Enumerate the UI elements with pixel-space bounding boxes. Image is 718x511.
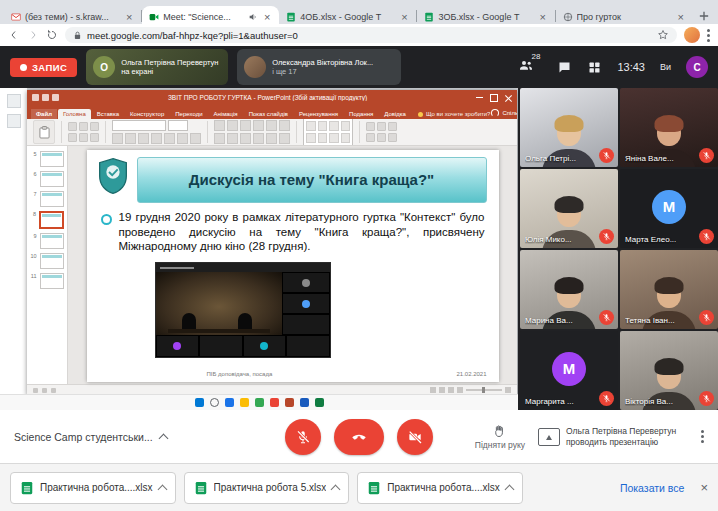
download-menu-caret[interactable] xyxy=(331,484,341,494)
mic-muted-icon xyxy=(599,148,614,163)
participant-name: Маргарита ... xyxy=(525,397,574,406)
slide-date: 21.02.2021 xyxy=(456,371,486,377)
presenting-icon xyxy=(538,428,560,446)
sheets-icon xyxy=(424,12,434,22)
taskbar-app-icon xyxy=(285,398,294,407)
slide-thumbnail: 7 xyxy=(27,189,67,209)
font-size-dropdown xyxy=(168,120,188,131)
ppt-main-area: 5 6 7 8 9 10 11 Дискусія на тему "Книга … xyxy=(27,146,517,384)
participant-tile[interactable]: Ольга Петрі... xyxy=(520,88,618,167)
sheets-icon xyxy=(20,481,34,495)
hand-icon xyxy=(492,424,507,439)
tab-close-icon[interactable]: × xyxy=(399,12,409,22)
tab-close-icon[interactable]: × xyxy=(124,12,134,22)
tab-audio-icon[interactable] xyxy=(248,12,258,22)
tab-close-icon[interactable]: × xyxy=(676,12,686,22)
current-slide: Дискусія на тему "Книга краща?" 19 грудн… xyxy=(87,150,499,382)
participant-tile[interactable]: М Марта Елео... xyxy=(620,169,718,248)
participant-tile[interactable]: Юлія Мико... xyxy=(520,169,618,248)
more-options-icon[interactable] xyxy=(701,430,704,443)
omnibox[interactable]: meet.google.com/baf-hhpz-kqe?pli=1&authu… xyxy=(65,27,677,43)
people-button[interactable]: 28 xyxy=(518,57,543,77)
participant-tile[interactable]: Яніна Вале... xyxy=(620,88,718,167)
presenting-status: Ольга Петрівна Перевертун проводить през… xyxy=(538,426,688,447)
slide-thumbnail: 11 xyxy=(27,271,67,291)
download-menu-caret[interactable] xyxy=(504,484,514,494)
desktop-icon xyxy=(7,94,21,108)
camera-toggle-button[interactable] xyxy=(397,419,433,455)
reload-button[interactable] xyxy=(46,29,58,41)
ppt-title-bar: ЗВІТ ПРО РОБОТУ ГУРТКА - PowerPoint (Збі… xyxy=(27,90,517,105)
tab-close-icon[interactable]: × xyxy=(262,12,272,22)
download-menu-caret[interactable] xyxy=(157,484,167,494)
ribbon-tab-animations: Анімація xyxy=(208,109,242,119)
ribbon-separator xyxy=(61,121,62,143)
activities-icon[interactable] xyxy=(587,60,602,75)
plus-icon xyxy=(699,11,709,21)
ppt-ribbon-tabs: Файл Головна Вставка Конструктор Переход… xyxy=(27,105,517,119)
chat-icon[interactable] xyxy=(557,60,572,75)
slide-thumbnail: 6 xyxy=(27,169,67,189)
participant-tile[interactable]: Марина Ва... xyxy=(520,250,618,329)
slide-title: Дискусія на тему "Книга краща?" xyxy=(189,171,434,188)
hang-up-button[interactable] xyxy=(334,419,384,455)
shared-screen-video: ЗВІТ ПРО РОБОТУ ГУРТКА - PowerPoint (Збі… xyxy=(0,88,518,410)
raise-hand-button[interactable]: Підняти руку xyxy=(475,424,525,450)
download-chip[interactable]: Практична робота....xlsx xyxy=(357,472,523,504)
movie-figure xyxy=(182,313,196,329)
raise-hand-label: Підняти руку xyxy=(475,440,525,450)
camera-off-icon xyxy=(407,429,423,445)
download-chip[interactable]: Практична робота....xlsx xyxy=(10,472,176,504)
bookmark-star-icon[interactable] xyxy=(657,29,669,41)
downloads-bar: Практична робота....xlsx Практична робот… xyxy=(0,463,718,511)
participants-count: 28 xyxy=(532,52,541,61)
participant-name: Яніна Вале... xyxy=(625,154,674,163)
slide-thumbnail-selected: 8 xyxy=(27,209,67,231)
browser-profile-avatar[interactable] xyxy=(684,27,700,43)
search-icon xyxy=(210,398,219,407)
taskbar-app-icon xyxy=(300,398,309,407)
powerpoint-window: ЗВІТ ПРО РОБОТУ ГУРТКА - PowerPoint (Збі… xyxy=(27,90,517,395)
presenter-thumbnail[interactable]: О Ольга Петрівна Перевертун на екрані xyxy=(86,49,228,85)
mic-toggle-button[interactable] xyxy=(285,419,321,455)
tab-title: 3ОБ.xlsx - Google Т xyxy=(438,12,533,22)
participant-tile[interactable]: Вікторія Ва... xyxy=(620,331,718,410)
participant-name: Марта Елео... xyxy=(625,235,676,244)
participants-name: Олександра Вікторівна Лок... xyxy=(272,58,373,67)
browser-menu-icon[interactable] xyxy=(707,29,710,42)
redo-icon xyxy=(52,94,59,101)
show-all-downloads-button[interactable]: Показати все xyxy=(620,482,685,494)
participants-thumbnail[interactable]: Олександра Вікторівна Лок... і ще 17 xyxy=(237,49,401,85)
ribbon-group-paragraph xyxy=(214,120,290,144)
participant-avatar: М xyxy=(652,189,686,223)
forward-button[interactable] xyxy=(27,29,39,41)
browser-address-bar: meet.google.com/baf-hhpz-kqe?pli=1&authu… xyxy=(0,24,718,46)
self-avatar[interactable]: C xyxy=(686,56,708,78)
participant-tile[interactable]: Тетяна Іван... xyxy=(620,250,718,329)
download-filename: Практична робота 5.xlsx xyxy=(214,482,327,493)
call-buttons xyxy=(285,419,433,455)
close-downloads-icon[interactable]: × xyxy=(700,482,708,494)
ribbon-tab-transitions: Переходи xyxy=(170,109,207,119)
ribbon-separator xyxy=(296,121,297,143)
participant-tile[interactable]: М Маргарита ... xyxy=(520,331,618,410)
mic-muted-icon xyxy=(699,148,714,163)
ribbon-group-editing xyxy=(366,122,397,142)
mic-muted-icon xyxy=(699,310,714,325)
back-button[interactable] xyxy=(8,29,20,41)
meeting-name-button[interactable]: Science Camp студентськи... xyxy=(14,431,167,443)
mic-muted-icon xyxy=(599,391,614,406)
ribbon-tab-view: Подання xyxy=(344,109,378,119)
url-text[interactable]: meet.google.com/baf-hhpz-kqe?pli=1&authu… xyxy=(87,30,652,41)
tab-close-icon[interactable]: × xyxy=(538,12,548,22)
recording-badge: ЗАПИС xyxy=(10,58,77,77)
slide-body-text: 19 грудня 2020 року в рамках літературно… xyxy=(119,210,485,254)
new-tab-button[interactable] xyxy=(695,6,714,26)
school-logo xyxy=(97,157,129,195)
participant-avatar: М xyxy=(552,351,586,385)
you-label: Ви xyxy=(660,62,671,72)
ppt-share-button: Спільний доступ xyxy=(491,109,517,119)
page-icon xyxy=(563,12,573,22)
download-chip[interactable]: Практична робота 5.xlsx xyxy=(184,472,350,504)
recording-label: ЗАПИС xyxy=(32,62,67,73)
